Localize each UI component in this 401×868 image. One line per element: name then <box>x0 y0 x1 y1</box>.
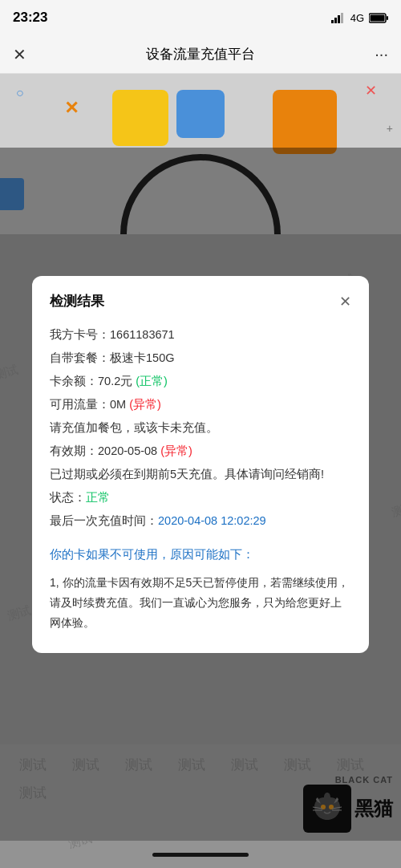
flow-value: 0M <box>110 393 126 416</box>
nav-bar: ✕ 设备流量充值平台 ··· <box>0 35 401 74</box>
card-no-label: 我方卡号： <box>50 323 110 347</box>
svg-rect-1 <box>334 18 337 23</box>
warning-title: 你的卡如果不可使用，原因可能如下： <box>50 542 351 566</box>
warning-text: 1, 你的流量卡因有效期不足5天已暂停使用，若需继续使用，请及时续费充值。我们一… <box>50 573 351 634</box>
modal-dialog: 检测结果 ✕ 我方卡号： 1661183671 自带套餐： 极速卡150G 卡余… <box>32 276 369 653</box>
cross-icon-2: ✕ <box>365 82 377 99</box>
state-label: 状态： <box>50 486 86 509</box>
svg-rect-5 <box>387 16 388 20</box>
balance-label: 卡余额： <box>50 370 98 393</box>
status-icons: 4G <box>331 12 388 24</box>
orange-box <box>273 90 337 154</box>
nav-title: 设备流量充值平台 <box>146 45 255 63</box>
close-button[interactable]: ✕ <box>13 45 26 64</box>
card-no-row: 我方卡号： 1661183671 <box>50 323 351 347</box>
state-value: 正常 <box>86 486 110 509</box>
circle-icon: ○ <box>16 86 24 100</box>
svg-rect-6 <box>371 14 385 21</box>
status-time: 23:23 <box>13 10 47 26</box>
package-label: 自带套餐： <box>50 347 110 370</box>
last-charge-label: 最后一次充值时间： <box>50 509 158 533</box>
plus-icon: + <box>387 122 393 135</box>
cross-icon: ✕ <box>64 98 79 119</box>
modal-title: 检测结果 <box>50 292 104 310</box>
package-value: 极速卡150G <box>110 347 174 370</box>
signal-icon <box>331 13 346 23</box>
more-button[interactable]: ··· <box>375 45 388 63</box>
flow-label: 可用流量： <box>50 393 110 416</box>
state-row: 状态： 正常 <box>50 486 351 509</box>
battery-icon <box>369 13 388 23</box>
expire-value: 2020-05-08 <box>98 440 157 463</box>
yellow-box <box>112 90 168 146</box>
balance-row: 卡余额： 70.2元 (正常) <box>50 370 351 393</box>
modal-header: 检测结果 ✕ <box>50 292 351 310</box>
last-charge-row: 最后一次充值时间： 2020-04-08 12:02:29 <box>50 509 351 533</box>
expire-note: 已过期或必须在到期前5天充值。具体请询问经销商! <box>50 468 324 481</box>
modal-body: 我方卡号： 1661183671 自带套餐： 极速卡150G 卡余额： 70.2… <box>50 323 351 634</box>
flow-note-row: 请充值加餐包，或该卡未充值。 <box>50 416 351 440</box>
card-no-value: 1661183671 <box>110 323 175 347</box>
modal-overlay: 检测结果 ✕ 我方卡号： 1661183671 自带套餐： 极速卡150G 卡余… <box>0 148 401 868</box>
flow-note: 请充值加餐包，或该卡未充值。 <box>50 421 218 434</box>
svg-rect-0 <box>331 20 334 23</box>
modal-close-button[interactable]: ✕ <box>339 293 351 310</box>
svg-rect-2 <box>338 15 340 23</box>
flow-row: 可用流量： 0M (异常) <box>50 393 351 416</box>
expire-note-row: 已过期或必须在到期前5天充值。具体请询问经销商! <box>50 463 351 486</box>
svg-rect-3 <box>341 13 343 23</box>
balance-status: (正常) <box>132 370 168 393</box>
background-content: 测试 测试 测试 测试 测试 测试 测试 测试 测试 测试 测试 测试 测试 测… <box>0 74 401 868</box>
last-charge-value: 2020-04-08 12:02:29 <box>158 509 266 533</box>
expire-row: 有效期： 2020-05-08 (异常) <box>50 440 351 463</box>
network-label: 4G <box>350 12 364 24</box>
expire-label: 有效期： <box>50 440 98 463</box>
blue-box <box>176 90 225 138</box>
flow-status: (异常) <box>126 393 161 416</box>
package-row: 自带套餐： 极速卡150G <box>50 347 351 370</box>
expire-status: (异常) <box>157 440 192 463</box>
status-bar: 23:23 4G <box>0 0 401 35</box>
balance-value: 70.2元 <box>98 370 132 393</box>
